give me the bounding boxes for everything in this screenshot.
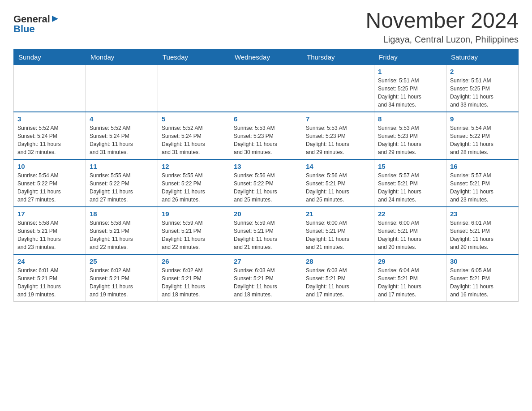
day-number: 11 xyxy=(90,163,154,170)
day-number: 20 xyxy=(234,210,298,218)
day-info: Sunrise: 6:03 AMSunset: 5:21 PMDaylight:… xyxy=(234,266,298,299)
day-info: Sunrise: 5:53 AMSunset: 5:23 PMDaylight:… xyxy=(234,124,298,156)
day-number: 15 xyxy=(378,163,442,170)
day-info: Sunrise: 5:54 AMSunset: 5:22 PMDaylight:… xyxy=(450,124,515,156)
weekday-header-sunday: Sunday xyxy=(14,49,86,64)
calendar-day-cell: 17Sunrise: 5:58 AMSunset: 5:21 PMDayligh… xyxy=(14,207,86,254)
weekday-header-tuesday: Tuesday xyxy=(158,49,230,64)
weekday-header-monday: Monday xyxy=(86,49,158,64)
calendar-day-cell: 22Sunrise: 6:00 AMSunset: 5:21 PMDayligh… xyxy=(374,207,446,254)
calendar-day-cell: 12Sunrise: 5:55 AMSunset: 5:22 PMDayligh… xyxy=(158,159,230,207)
day-number: 7 xyxy=(306,115,370,123)
calendar-day-cell: 8Sunrise: 5:53 AMSunset: 5:23 PMDaylight… xyxy=(374,112,446,159)
calendar-day-cell: 5Sunrise: 5:52 AMSunset: 5:24 PMDaylight… xyxy=(158,112,230,159)
day-info: Sunrise: 5:53 AMSunset: 5:23 PMDaylight:… xyxy=(378,124,442,156)
calendar-day-cell: 19Sunrise: 5:59 AMSunset: 5:21 PMDayligh… xyxy=(158,207,230,254)
calendar-day-cell: 23Sunrise: 6:01 AMSunset: 5:21 PMDayligh… xyxy=(446,207,519,254)
calendar-day-cell: 18Sunrise: 5:58 AMSunset: 5:21 PMDayligh… xyxy=(86,207,158,254)
day-number: 21 xyxy=(306,210,370,218)
calendar-day-cell xyxy=(86,64,158,112)
calendar-day-cell: 4Sunrise: 5:52 AMSunset: 5:24 PMDaylight… xyxy=(86,112,158,159)
calendar-week-row: 10Sunrise: 5:54 AMSunset: 5:22 PMDayligh… xyxy=(14,159,519,207)
day-info: Sunrise: 6:01 AMSunset: 5:21 PMDaylight:… xyxy=(17,266,82,299)
calendar-week-row: 17Sunrise: 5:58 AMSunset: 5:21 PMDayligh… xyxy=(14,207,519,254)
day-info: Sunrise: 5:55 AMSunset: 5:22 PMDaylight:… xyxy=(162,171,226,204)
day-info: Sunrise: 5:52 AMSunset: 5:24 PMDaylight:… xyxy=(90,124,154,156)
weekday-header-saturday: Saturday xyxy=(446,49,519,64)
calendar-day-cell xyxy=(14,64,86,112)
day-number: 24 xyxy=(17,257,82,265)
calendar-day-cell: 14Sunrise: 5:56 AMSunset: 5:21 PMDayligh… xyxy=(302,159,374,207)
calendar-day-cell: 21Sunrise: 6:00 AMSunset: 5:21 PMDayligh… xyxy=(302,207,374,254)
weekday-header-wednesday: Wednesday xyxy=(230,49,302,64)
day-info: Sunrise: 6:03 AMSunset: 5:21 PMDaylight:… xyxy=(306,266,370,299)
calendar-day-cell: 7Sunrise: 5:53 AMSunset: 5:23 PMDaylight… xyxy=(302,112,374,159)
calendar-day-cell: 3Sunrise: 5:52 AMSunset: 5:24 PMDaylight… xyxy=(14,112,86,159)
logo-arrow-icon xyxy=(51,15,59,23)
day-number: 27 xyxy=(234,257,298,265)
calendar-day-cell: 13Sunrise: 5:56 AMSunset: 5:22 PMDayligh… xyxy=(230,159,302,207)
day-number: 14 xyxy=(306,163,370,170)
day-number: 2 xyxy=(450,68,515,75)
day-info: Sunrise: 6:00 AMSunset: 5:21 PMDaylight:… xyxy=(306,219,370,251)
day-number: 28 xyxy=(306,257,370,265)
calendar-day-cell xyxy=(302,64,374,112)
weekday-header-row: SundayMondayTuesdayWednesdayThursdayFrid… xyxy=(14,49,519,64)
day-info: Sunrise: 5:57 AMSunset: 5:21 PMDaylight:… xyxy=(450,171,515,204)
calendar-week-row: 3Sunrise: 5:52 AMSunset: 5:24 PMDaylight… xyxy=(14,112,519,159)
day-number: 26 xyxy=(162,257,226,265)
weekday-header-thursday: Thursday xyxy=(302,49,374,64)
day-number: 23 xyxy=(450,210,515,218)
calendar-day-cell: 2Sunrise: 5:51 AMSunset: 5:25 PMDaylight… xyxy=(446,64,519,112)
day-number: 22 xyxy=(378,210,442,218)
day-info: Sunrise: 5:58 AMSunset: 5:21 PMDaylight:… xyxy=(17,219,82,251)
calendar-day-cell: 6Sunrise: 5:53 AMSunset: 5:23 PMDaylight… xyxy=(230,112,302,159)
calendar-day-cell: 16Sunrise: 5:57 AMSunset: 5:21 PMDayligh… xyxy=(446,159,519,207)
day-info: Sunrise: 6:00 AMSunset: 5:21 PMDaylight:… xyxy=(378,219,442,251)
day-info: Sunrise: 5:57 AMSunset: 5:21 PMDaylight:… xyxy=(378,171,442,204)
calendar-day-cell: 15Sunrise: 5:57 AMSunset: 5:21 PMDayligh… xyxy=(374,159,446,207)
logo: General Blue xyxy=(13,13,59,35)
weekday-header-friday: Friday xyxy=(374,49,446,64)
calendar-day-cell: 27Sunrise: 6:03 AMSunset: 5:21 PMDayligh… xyxy=(230,254,302,302)
calendar-day-cell: 29Sunrise: 6:04 AMSunset: 5:21 PMDayligh… xyxy=(374,254,446,302)
day-info: Sunrise: 5:56 AMSunset: 5:21 PMDaylight:… xyxy=(306,171,370,204)
calendar-day-cell: 26Sunrise: 6:02 AMSunset: 5:21 PMDayligh… xyxy=(158,254,230,302)
title-section: November 2024 Ligaya, Central Luzon, Phi… xyxy=(365,9,519,45)
day-number: 18 xyxy=(90,210,154,218)
calendar-day-cell: 24Sunrise: 6:01 AMSunset: 5:21 PMDayligh… xyxy=(14,254,86,302)
day-info: Sunrise: 6:01 AMSunset: 5:21 PMDaylight:… xyxy=(450,219,515,251)
calendar-day-cell: 30Sunrise: 6:05 AMSunset: 5:21 PMDayligh… xyxy=(446,254,519,302)
calendar-week-row: 1Sunrise: 5:51 AMSunset: 5:25 PMDaylight… xyxy=(14,64,519,112)
day-number: 4 xyxy=(90,115,154,123)
day-number: 17 xyxy=(17,210,82,218)
day-info: Sunrise: 5:58 AMSunset: 5:21 PMDaylight:… xyxy=(90,219,154,251)
day-number: 9 xyxy=(450,115,515,123)
day-info: Sunrise: 6:05 AMSunset: 5:21 PMDaylight:… xyxy=(450,266,515,299)
logo-blue-text: Blue xyxy=(13,23,35,35)
day-info: Sunrise: 5:54 AMSunset: 5:22 PMDaylight:… xyxy=(17,171,82,204)
day-info: Sunrise: 5:52 AMSunset: 5:24 PMDaylight:… xyxy=(17,124,82,156)
day-number: 16 xyxy=(450,163,515,170)
day-number: 10 xyxy=(17,163,82,170)
day-info: Sunrise: 5:59 AMSunset: 5:21 PMDaylight:… xyxy=(162,219,226,251)
calendar-day-cell: 9Sunrise: 5:54 AMSunset: 5:22 PMDaylight… xyxy=(446,112,519,159)
day-number: 6 xyxy=(234,115,298,123)
day-info: Sunrise: 5:51 AMSunset: 5:25 PMDaylight:… xyxy=(378,77,442,109)
day-info: Sunrise: 6:02 AMSunset: 5:21 PMDaylight:… xyxy=(90,266,154,299)
day-number: 25 xyxy=(90,257,154,265)
day-number: 8 xyxy=(378,115,442,123)
calendar-day-cell: 1Sunrise: 5:51 AMSunset: 5:25 PMDaylight… xyxy=(374,64,446,112)
calendar-table: SundayMondayTuesdayWednesdayThursdayFrid… xyxy=(13,49,519,302)
day-number: 12 xyxy=(162,163,226,170)
calendar-day-cell: 10Sunrise: 5:54 AMSunset: 5:22 PMDayligh… xyxy=(14,159,86,207)
day-number: 29 xyxy=(378,257,442,265)
day-number: 19 xyxy=(162,210,226,218)
calendar-day-cell xyxy=(158,64,230,112)
day-info: Sunrise: 5:59 AMSunset: 5:21 PMDaylight:… xyxy=(234,219,298,251)
month-title: November 2024 xyxy=(365,9,519,33)
day-info: Sunrise: 5:51 AMSunset: 5:25 PMDaylight:… xyxy=(450,77,515,109)
day-number: 30 xyxy=(450,257,515,265)
svg-marker-0 xyxy=(52,16,58,22)
calendar-week-row: 24Sunrise: 6:01 AMSunset: 5:21 PMDayligh… xyxy=(14,254,519,302)
